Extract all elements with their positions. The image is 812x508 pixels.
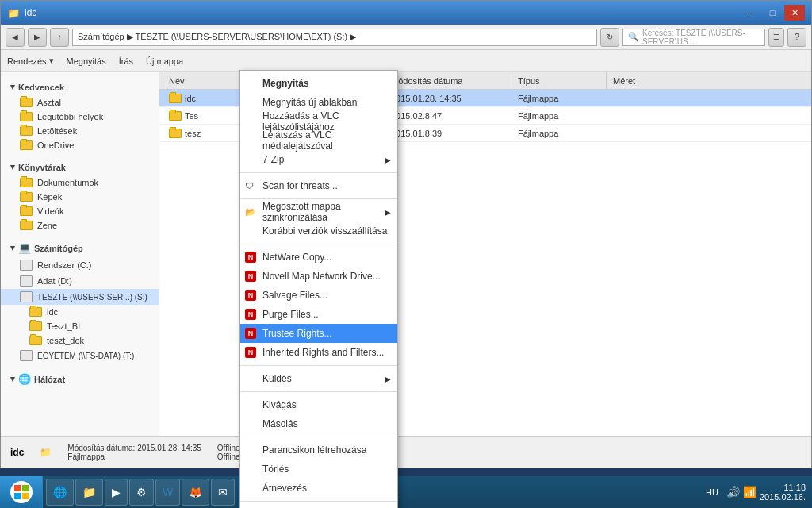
sidebar-item-legutóbbi[interactable]: Legutóbbi helyek [1, 110, 159, 124]
network-tray-icon[interactable]: 📶 [743, 486, 756, 498]
search-placeholder: Keresés: TESZTE (\\USERS-SERVER\US... [642, 29, 760, 46]
sidebar-item-onedrive[interactable]: OneDrive [1, 138, 159, 152]
sidebar-item-rendszer-c[interactable]: Rendszer (C:) [1, 257, 159, 273]
folder-icon [20, 140, 33, 150]
toolbar-írás[interactable]: Írás [119, 56, 133, 66]
sidebar-item-képek[interactable]: Képek [1, 190, 159, 204]
search-box[interactable]: 🔍 Keresés: TESZTE (\\USERS-SERVER\US... [622, 29, 765, 46]
rendszer-c-label: Rendszer (C:) [37, 260, 91, 270]
taskbar-explorer-button[interactable]: 📁 [75, 479, 103, 506]
menu-label: Scan for threats... [262, 180, 338, 191]
forward-button[interactable]: ▶ [28, 28, 47, 47]
teszt-dok-label: teszt_dok [47, 336, 84, 345]
menu-megosztott[interactable]: 📂 Megosztott mappa szinkronizálása ▶ [240, 202, 397, 221]
volume-icon[interactable]: 🔊 [726, 486, 740, 498]
close-button[interactable]: ✕ [784, 5, 805, 21]
col-header-date[interactable]: Módosítás dátuma [385, 72, 511, 89]
számítógép-label: Számítógép [34, 244, 83, 253]
sidebar-item-teszt-dok[interactable]: teszt_dok [1, 333, 159, 348]
sidebar-item-dokumentumok[interactable]: Dokumentumok [1, 175, 159, 190]
up-button[interactable]: ↑ [50, 28, 69, 47]
folder-icon [29, 321, 42, 331]
toolbar-rendezés[interactable]: Rendezés ▾ [7, 56, 54, 66]
taskbar-word-button[interactable]: W [155, 479, 180, 506]
taskbar-ie-button[interactable]: 🌐 [46, 479, 74, 506]
start-button[interactable] [0, 476, 43, 508]
menu-label: Trustee Rights... [262, 328, 332, 339]
menu-küldés[interactable]: Küldés ▶ [240, 369, 397, 388]
könyvtárak-label: Könyvtárak [18, 163, 66, 172]
menu-megnyitás-új-ablak[interactable]: Megnyitás új ablakban [240, 93, 397, 112]
menu-átnevezés[interactable]: Átnevezés [240, 479, 397, 498]
sidebar-section-hálózat-title[interactable]: ▾ 🌐 Hálózat [1, 370, 159, 388]
back-button[interactable]: ◀ [6, 28, 25, 47]
maximize-button[interactable]: □ [762, 5, 783, 21]
clock[interactable]: 11:18 2015.02.16. [760, 483, 806, 502]
menu-netware-copy[interactable]: N NetWare Copy... [240, 248, 397, 267]
address-path[interactable]: Számítógép ▶ TESZTE (\\USERS-SERVER\USER… [72, 29, 597, 46]
chrome-icon: ⚙ [136, 486, 147, 498]
sidebar-item-teszt-bl[interactable]: Teszt_BL [1, 319, 159, 333]
teszte-label: TESZTE (\\USERS-SER...) (S:) [37, 293, 147, 302]
sidebar-item-teszte[interactable]: TESZTE (\\USERS-SER...) (S:) [1, 289, 159, 305]
menu-kivágás[interactable]: Kivágás [240, 395, 397, 414]
menu-vlc-play[interactable]: Lejátszás a VLC médialejátszóval [240, 131, 397, 150]
minimize-button[interactable]: ─ [740, 5, 760, 21]
sidebar-item-egyetem[interactable]: EGYETEM (\\FS-DATA) (T:) [1, 348, 159, 364]
sidebar-item-idc[interactable]: idc [1, 305, 159, 319]
taskbar-chrome-button[interactable]: ⚙ [129, 479, 154, 506]
toolbar: Rendezés ▾ Megnyitás Írás Új mappa [1, 50, 811, 72]
menu-label: Lejátszás a VLC médialejátszóval [262, 129, 388, 152]
refresh-button[interactable]: ↻ [600, 28, 619, 47]
status-folder-icon: 📁 [40, 447, 52, 458]
adat-d-label: Adat (D:) [37, 276, 72, 286]
status-date-info: Módosítás dátuma: 2015.01.28. 14:35 Fájl… [67, 444, 201, 461]
sidebar-item-adat-d[interactable]: Adat (D:) [1, 273, 159, 289]
menu-novell-map[interactable]: N Novell Map Network Drive... [240, 267, 397, 286]
taskbar-firefox-button[interactable]: 🦊 [182, 479, 209, 506]
menu-label: Korábbi verziók visszaállítása [262, 225, 387, 237]
window-controls: ─ □ ✕ [740, 5, 805, 21]
taskbar-media-button[interactable]: ▶ [105, 479, 128, 506]
menu-inherited[interactable]: N Inherited Rights and Filters... [240, 343, 397, 362]
egyetem-label: EGYETEM (\\FS-DATA) (T:) [37, 352, 134, 360]
menu-separator-1 [240, 172, 397, 173]
menu-label: Megnyitás új ablakban [262, 97, 357, 108]
col-header-type[interactable]: Típus [511, 72, 607, 89]
menu-másolás[interactable]: Másolás [240, 414, 397, 433]
chevron-icon: ▾ [10, 162, 15, 172]
sidebar-section-könyvtárak-title[interactable]: ▾ Könyvtárak [1, 159, 159, 175]
menu-label: Törlés [262, 464, 289, 475]
drive-icon [20, 350, 33, 361]
view-options-button[interactable]: ☰ [768, 28, 784, 47]
context-menu: Megnyitás Megnyitás új ablakban Hozzáadá… [239, 70, 398, 508]
svg-rect-0 [14, 485, 21, 491]
menu-scan[interactable]: 🛡 Scan for threats... [240, 176, 397, 195]
menu-parancsikon[interactable]: Parancsikon létrehozása [240, 441, 397, 460]
toolbar-új-mappa[interactable]: Új mappa [146, 56, 183, 66]
menu-tulajdonságok[interactable]: Tulajdonságok [240, 505, 397, 508]
sidebar-section-számítógép-title[interactable]: ▾ 💻 Számítógép [1, 239, 159, 257]
képek-label: Képek [37, 192, 62, 202]
menu-korábbi[interactable]: Korábbi verziók visszaállítása [240, 221, 397, 241]
sidebar-item-zene[interactable]: Zene [1, 218, 159, 233]
menu-megnyitás[interactable]: Megnyitás [240, 74, 397, 93]
menu-7zip[interactable]: 7-Zip ▶ [240, 150, 397, 169]
help-button[interactable]: ? [787, 28, 806, 47]
menu-vlc-lista[interactable]: Hozzáadás a VLC lejátszólistájához [240, 112, 397, 131]
menu-trustee-rights[interactable]: N Trustee Rights... [240, 324, 397, 343]
taskbar-email-button[interactable]: ✉ [211, 479, 235, 506]
sidebar-section-kedvencek-title[interactable]: ▾ Kedvencek [1, 79, 159, 95]
menu-törlés[interactable]: Törlés [240, 460, 397, 479]
sidebar-item-asztal[interactable]: Asztal [1, 95, 159, 110]
toolbar-megnyitás[interactable]: Megnyitás [67, 56, 106, 66]
menu-purge[interactable]: N Purge Files... [240, 305, 397, 324]
svg-rect-2 [14, 493, 21, 499]
col-header-size[interactable]: Méret [607, 72, 670, 89]
sidebar-item-letöltések[interactable]: Letöltések [1, 124, 159, 138]
sidebar-item-videók[interactable]: Videók [1, 204, 159, 218]
chevron-icon: ▾ [10, 82, 15, 92]
language-indicator[interactable]: HU [701, 487, 723, 497]
menu-salvage[interactable]: N Salvage Files... [240, 286, 397, 305]
start-icon [10, 481, 33, 503]
